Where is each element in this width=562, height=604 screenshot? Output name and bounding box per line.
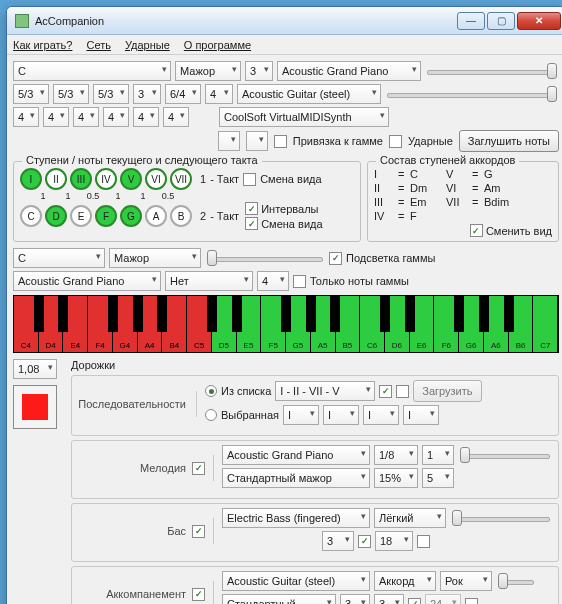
mode-select[interactable]: Мажор bbox=[175, 61, 241, 81]
degree-I[interactable]: I bbox=[20, 168, 42, 190]
menu-drums[interactable]: Ударные bbox=[125, 39, 170, 51]
seq-chosen-radio[interactable] bbox=[205, 409, 217, 421]
tempo-field[interactable]: 1,08 bbox=[13, 359, 57, 379]
black-key[interactable] bbox=[504, 296, 514, 332]
acc-sub[interactable]: Стандартный bbox=[222, 594, 336, 604]
mid-key-select[interactable]: C bbox=[13, 248, 105, 268]
black-key[interactable] bbox=[34, 296, 44, 332]
instrument2-slider[interactable] bbox=[385, 84, 559, 104]
note-A[interactable]: A bbox=[145, 205, 167, 227]
record-button[interactable] bbox=[13, 385, 57, 429]
key-select[interactable]: C bbox=[13, 61, 171, 81]
melody-n[interactable]: 1 bbox=[422, 445, 454, 465]
mute-notes-button[interactable]: Заглушить ноты bbox=[459, 130, 559, 152]
s3-2[interactable]: 4 bbox=[43, 107, 69, 127]
s3-3[interactable]: 4 bbox=[73, 107, 99, 127]
close-button[interactable]: ✕ bbox=[517, 12, 561, 30]
seq-b[interactable]: I bbox=[323, 405, 359, 425]
num-select[interactable]: 3 bbox=[245, 61, 273, 81]
note-E[interactable]: E bbox=[70, 205, 92, 227]
black-key[interactable] bbox=[405, 296, 415, 332]
menu-how-to-play[interactable]: Как играть? bbox=[13, 39, 72, 51]
mid-num[interactable]: 4 bbox=[257, 271, 289, 291]
instrument1-slider[interactable] bbox=[425, 61, 559, 81]
bass-slider[interactable] bbox=[450, 508, 552, 528]
seq-a[interactable]: I bbox=[283, 405, 319, 425]
bind-scale-checkbox[interactable] bbox=[274, 135, 287, 148]
s3-4[interactable]: 4 bbox=[103, 107, 129, 127]
seq-c[interactable]: I bbox=[363, 405, 399, 425]
black-key[interactable] bbox=[454, 296, 464, 332]
black-key[interactable] bbox=[330, 296, 340, 332]
seq-ck2[interactable] bbox=[396, 385, 409, 398]
note-D[interactable]: D bbox=[45, 205, 67, 227]
black-key[interactable] bbox=[207, 296, 217, 332]
black-key[interactable] bbox=[108, 296, 118, 332]
black-key[interactable] bbox=[306, 296, 316, 332]
key-C7[interactable]: C7 bbox=[533, 296, 558, 352]
black-key[interactable] bbox=[157, 296, 167, 332]
instrument1-select[interactable]: Acoustic Grand Piano bbox=[277, 61, 421, 81]
acc-mode[interactable]: Аккорд bbox=[374, 571, 436, 591]
seq-ck1[interactable]: ✓ bbox=[379, 385, 392, 398]
melody-dur[interactable]: 1/8 bbox=[374, 445, 418, 465]
degree-V[interactable]: V bbox=[120, 168, 142, 190]
degree-IV[interactable]: IV bbox=[95, 168, 117, 190]
bass-n1[interactable]: 3 bbox=[322, 531, 354, 551]
degree-III[interactable]: III bbox=[70, 168, 92, 190]
maximize-button[interactable]: ▢ bbox=[487, 12, 515, 30]
bass-style[interactable]: Лёгкий bbox=[374, 508, 446, 528]
s3-5[interactable]: 4 bbox=[133, 107, 159, 127]
acc-n3[interactable]: 24 bbox=[425, 594, 461, 604]
seq-d[interactable]: I bbox=[403, 405, 439, 425]
note-B[interactable]: B bbox=[170, 205, 192, 227]
s3-6[interactable]: 4 bbox=[163, 107, 189, 127]
degree-VII[interactable]: VII bbox=[170, 168, 192, 190]
mid-instr-select[interactable]: Acoustic Grand Piano bbox=[13, 271, 161, 291]
instrument2-select[interactable]: Acoustic Guitar (steel) bbox=[237, 84, 381, 104]
black-key[interactable] bbox=[133, 296, 143, 332]
melody-slider[interactable] bbox=[458, 445, 552, 465]
melody-scale[interactable]: Стандартный мажор bbox=[222, 468, 370, 488]
frac-5[interactable]: 6/4 bbox=[165, 84, 201, 104]
mid-mode-select[interactable]: Мажор bbox=[109, 248, 201, 268]
seq-fromlist-radio[interactable] bbox=[205, 385, 217, 397]
black-key[interactable] bbox=[232, 296, 242, 332]
mid-sel2[interactable]: Нет bbox=[165, 271, 253, 291]
only-scale-checkbox[interactable] bbox=[293, 275, 306, 288]
note-F[interactable]: F bbox=[95, 205, 117, 227]
midi-out-select[interactable]: CoolSoft VirtualMIDISynth bbox=[219, 107, 389, 127]
drums-checkbox[interactable] bbox=[389, 135, 402, 148]
black-key[interactable] bbox=[281, 296, 291, 332]
extra-sel-1[interactable] bbox=[218, 131, 240, 151]
piano-keyboard[interactable]: C4D4E4F4G4A4B4C5D5E5F5G5A5B5C6D6E6F6G6A6… bbox=[13, 295, 559, 353]
melody-enable[interactable]: ✓ bbox=[192, 462, 205, 475]
minimize-button[interactable]: — bbox=[457, 12, 485, 30]
seq-preset-select[interactable]: I - II - VII - V bbox=[275, 381, 375, 401]
bass-n2[interactable]: 18 bbox=[375, 531, 413, 551]
mid-slider1[interactable] bbox=[205, 248, 325, 268]
acc-enable[interactable]: ✓ bbox=[192, 588, 205, 601]
menu-about[interactable]: О программе bbox=[184, 39, 251, 51]
degree-II[interactable]: II bbox=[45, 168, 67, 190]
chview2-checkbox[interactable]: ✓ bbox=[245, 217, 258, 230]
acc-instr[interactable]: Acoustic Guitar (steel) bbox=[222, 571, 370, 591]
frac-2[interactable]: 5/3 bbox=[53, 84, 89, 104]
black-key[interactable] bbox=[479, 296, 489, 332]
acc-ck2[interactable] bbox=[465, 598, 478, 605]
highlight-checkbox[interactable]: ✓ bbox=[329, 252, 342, 265]
intervals-checkbox[interactable]: ✓ bbox=[245, 202, 258, 215]
acc-style[interactable]: Рок bbox=[440, 571, 492, 591]
frac-3[interactable]: 5/3 bbox=[93, 84, 129, 104]
black-key[interactable] bbox=[58, 296, 68, 332]
acc-n2[interactable]: 3 bbox=[374, 594, 404, 604]
bass-ck[interactable]: ✓ bbox=[358, 535, 371, 548]
s3-1[interactable]: 4 bbox=[13, 107, 39, 127]
degree-VI[interactable]: VI bbox=[145, 168, 167, 190]
note-C[interactable]: C bbox=[20, 205, 42, 227]
melody-pct[interactable]: 15% bbox=[374, 468, 418, 488]
bass-ck2[interactable] bbox=[417, 535, 430, 548]
melody-n2[interactable]: 5 bbox=[422, 468, 454, 488]
menu-network[interactable]: Сеть bbox=[86, 39, 110, 51]
extra-sel-2[interactable] bbox=[246, 131, 268, 151]
